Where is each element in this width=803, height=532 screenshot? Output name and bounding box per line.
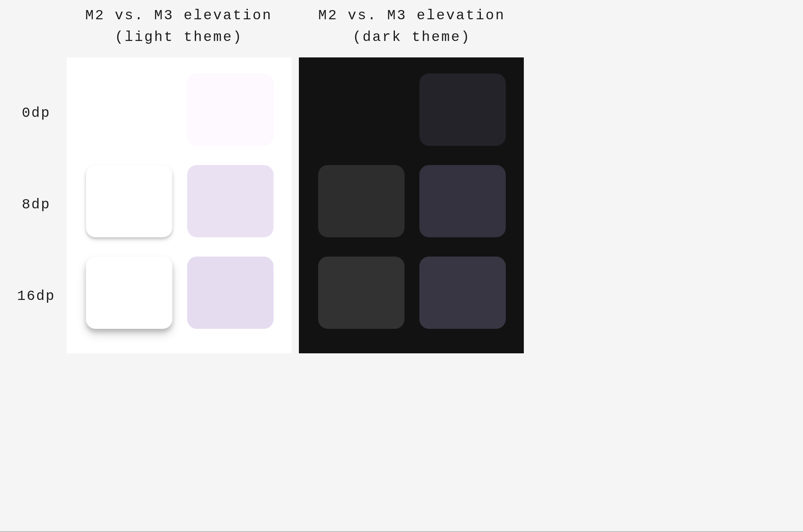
- swatch-dark-m3-0dp: [419, 73, 506, 146]
- swatch-light-m2-16dp: [86, 257, 172, 329]
- swatch-light-m2-0dp: [86, 73, 172, 146]
- swatch-light-m2-8dp: [86, 165, 172, 237]
- heading-light: M2 vs. M3 elevation (light theme): [66, 5, 291, 49]
- swatch-light-m3-0dp: [187, 73, 274, 146]
- row-label-0dp: 0dp: [16, 105, 56, 121]
- row-label-8dp: 8dp: [16, 197, 56, 213]
- swatch-dark-m3-16dp: [419, 257, 506, 329]
- panel-dark: [299, 57, 524, 353]
- panel-light: [67, 57, 292, 353]
- heading-dark: M2 vs. M3 elevation (dark theme): [299, 5, 524, 49]
- swatch-dark-m2-8dp: [318, 165, 405, 237]
- swatch-dark-m2-0dp: [318, 73, 405, 146]
- row-label-16dp: 16dp: [13, 288, 59, 304]
- swatch-light-m3-16dp: [187, 257, 274, 329]
- swatch-dark-m3-8dp: [419, 165, 506, 237]
- swatch-light-m3-8dp: [187, 165, 274, 237]
- swatch-dark-m2-16dp: [318, 257, 405, 329]
